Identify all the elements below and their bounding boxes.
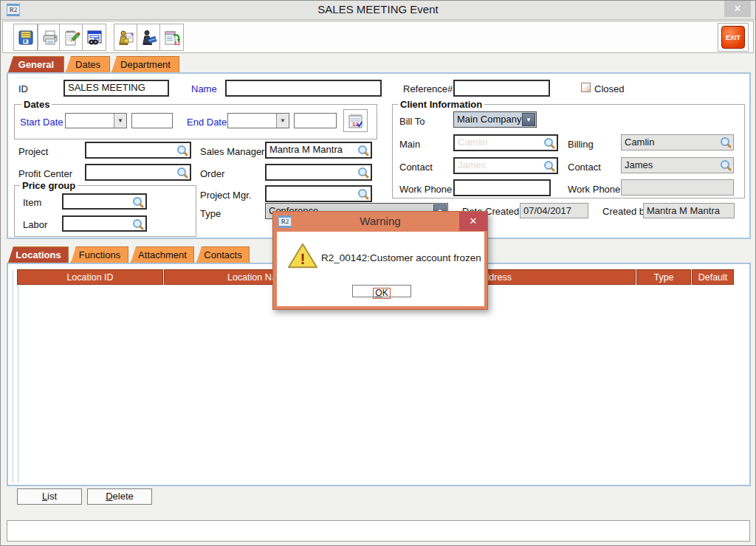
search-icon[interactable] — [357, 145, 369, 156]
person-book-icon — [140, 29, 158, 46]
tab-dates[interactable]: Dates — [66, 56, 110, 72]
column-header-default[interactable]: Default — [692, 269, 734, 285]
save-icon — [17, 29, 35, 46]
tab-locations[interactable]: Locations — [8, 246, 69, 263]
title-bar: R2 SALES MEETING Event ✕ — [1, 1, 755, 20]
delete-button[interactable]: Delete — [87, 488, 152, 505]
date-created-field: 07/04/2017 — [520, 203, 588, 218]
created-by-field: Mantra M Mantra — [643, 203, 735, 218]
price-group-legend: Price group — [20, 180, 78, 191]
labor-field[interactable] — [62, 215, 147, 232]
chevron-down-icon[interactable]: ▼ — [114, 114, 126, 128]
reference-field[interactable] — [453, 80, 550, 97]
row-header-gutter — [13, 270, 18, 483]
query-form-icon — [86, 29, 103, 46]
ok-label: OK — [373, 288, 390, 299]
work-phone-field[interactable] — [453, 179, 551, 196]
work-phone2-label: Work Phone — [568, 184, 620, 195]
search-icon[interactable] — [357, 167, 369, 179]
start-date-label: Start Date — [20, 117, 63, 128]
work-phone2-field[interactable] — [621, 179, 734, 196]
profit-center-label: Profit Center — [18, 168, 72, 179]
contact-report-icon — [117, 29, 135, 46]
ok-button[interactable]: OK — [352, 285, 411, 297]
search-icon[interactable] — [132, 218, 144, 230]
start-date-combo[interactable]: ▼ — [65, 113, 127, 128]
save-button[interactable] — [13, 24, 38, 51]
bill-to-label: Bill To — [399, 116, 425, 127]
sales-manager-field[interactable]: Mantra M Mantra — [265, 142, 372, 159]
column-header-location-id[interactable]: Location ID — [17, 269, 163, 285]
type-label: Type — [200, 208, 221, 219]
labor-label: Labor — [23, 219, 47, 230]
sales-manager-value: Mantra M Mantra — [269, 144, 343, 155]
svg-text:12: 12 — [174, 39, 180, 46]
search-icon[interactable] — [543, 137, 555, 149]
dialog-title: Warning — [273, 215, 487, 227]
contact2-value: James — [625, 159, 653, 170]
sales-manager-label: Sales Manager — [200, 146, 264, 157]
bill-to-dropdown[interactable]: Main Company ▼ — [453, 111, 537, 128]
name-field[interactable] — [225, 80, 382, 97]
item-field[interactable] — [62, 193, 147, 210]
query-button[interactable] — [82, 24, 106, 51]
exit-button[interactable]: EXIT — [721, 26, 745, 49]
closed-label: Closed — [594, 83, 624, 94]
end-time-field[interactable] — [294, 113, 337, 128]
order-field[interactable] — [265, 164, 372, 181]
svg-text:!: ! — [300, 250, 306, 267]
project-field[interactable] — [85, 142, 191, 159]
print-icon — [41, 29, 59, 46]
calendar-sync-button[interactable]: 12 — [159, 24, 184, 51]
edit-notepad-icon — [63, 29, 80, 46]
dialog-body: ! R2_00142:Customer account frozen OK — [277, 232, 484, 306]
book-button[interactable] — [137, 24, 161, 51]
reference-label: Reference# — [403, 83, 453, 94]
billing-value: Camlin — [625, 136, 654, 148]
status-bar — [7, 520, 750, 542]
dialog-title-bar: R2 Warning ✕ — [273, 212, 487, 232]
tab-department[interactable]: Department — [111, 56, 179, 72]
billing-field[interactable]: Camlin — [621, 134, 734, 151]
search-icon[interactable] — [720, 136, 732, 148]
closed-checkbox[interactable] — [581, 83, 591, 92]
search-icon[interactable] — [176, 145, 188, 156]
id-label: ID — [18, 83, 28, 94]
window-title: SALES MEETING Event — [1, 3, 755, 15]
order-label: Order — [200, 168, 224, 179]
column-header-type[interactable]: Type — [636, 269, 691, 285]
chevron-down-icon[interactable]: ▼ — [276, 114, 289, 128]
dialog-close-icon[interactable]: ✕ — [459, 212, 487, 231]
main-field[interactable]: Camlin — [453, 134, 558, 151]
search-icon[interactable] — [176, 167, 188, 179]
tab-general[interactable]: General — [8, 56, 64, 72]
contact2-field[interactable]: James — [621, 157, 734, 173]
search-icon[interactable] — [132, 196, 144, 208]
tab-contacts[interactable]: Contacts — [196, 246, 250, 263]
end-date-combo[interactable]: ▼ — [227, 113, 289, 128]
start-time-field[interactable] — [131, 113, 173, 128]
search-icon[interactable] — [720, 159, 732, 171]
work-phone-label: Work Phone — [399, 184, 452, 195]
name-label: Name — [191, 83, 217, 94]
window-close-icon[interactable]: ✕ — [724, 1, 751, 17]
search-icon[interactable] — [543, 160, 555, 172]
profit-center-field[interactable] — [85, 164, 191, 181]
tab-attachment[interactable]: Attachment — [131, 246, 194, 263]
id-field[interactable]: SALES MEETING — [63, 80, 169, 97]
project-mgr-field[interactable] — [265, 185, 372, 202]
warning-icon: ! — [287, 242, 318, 270]
contact-report-button[interactable] — [114, 24, 138, 51]
edit-button[interactable] — [59, 24, 83, 51]
list-button[interactable]: List — [17, 488, 82, 505]
contact-field[interactable]: James — [453, 157, 558, 174]
tab-functions[interactable]: Functions — [71, 246, 128, 263]
calendar-icon: 12 — [347, 112, 365, 130]
search-icon[interactable] — [357, 188, 369, 200]
calendar-sync-icon: 12 — [163, 29, 181, 46]
contact-label: Contact — [399, 162, 433, 173]
main-label: Main — [399, 139, 420, 150]
calendar-picker-button[interactable]: 12 — [343, 109, 368, 132]
project-label: Project — [18, 146, 48, 157]
chevron-down-icon[interactable]: ▼ — [522, 113, 535, 126]
